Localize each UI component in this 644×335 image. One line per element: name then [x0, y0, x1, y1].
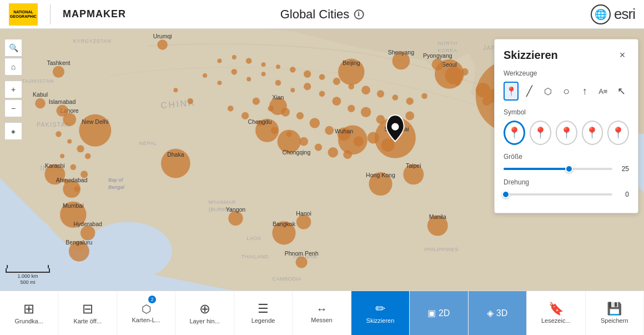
toolbar-grundkarte[interactable]: ⊞ Grundka... [0, 291, 58, 335]
svg-point-30 [290, 88, 295, 92]
map-title-group: Global Cities ℹ [280, 7, 364, 22]
svg-text:Islamabad: Islamabad [49, 98, 76, 105]
legende-label: Legende [251, 317, 275, 324]
toolbar-divider-2 [4, 119, 22, 120]
tool-text[interactable]: A≡ [596, 82, 611, 101]
svg-point-78 [85, 153, 91, 159]
svg-text:Tashkent: Tashkent [47, 59, 70, 66]
svg-text:Shenyang: Shenyang [388, 49, 415, 56]
grosse-label: Größe [504, 153, 629, 161]
speichern-label: Speichern [601, 317, 628, 324]
toolbar-3d[interactable]: ◈ 3D [469, 291, 527, 335]
svg-point-49 [173, 88, 178, 92]
svg-text:MYANMAR: MYANMAR [209, 199, 236, 205]
svg-text:CAMBODIA: CAMBODIA [272, 276, 301, 282]
svg-point-31 [304, 83, 311, 90]
grundkarte-icon: ⊞ [23, 302, 34, 316]
svg-text:Bay of: Bay of [108, 177, 124, 183]
compass-button[interactable]: ◈ [4, 122, 22, 140]
svg-point-70 [361, 86, 370, 94]
symbol-5[interactable]: 📍 [607, 121, 629, 145]
lesezeichen-label: Lesezeic... [541, 317, 571, 324]
scale-bar: 1.000 km 500 mi [6, 268, 50, 285]
search-button[interactable]: 🔍 [4, 39, 22, 57]
svg-text:Seoul: Seoul [442, 61, 457, 68]
logo-group: NATIONAL GEOGRAPHIC MAPMAKER [9, 3, 126, 26]
symbol-4[interactable]: 📍 [582, 121, 603, 145]
svg-point-65 [290, 67, 296, 73]
tool-line[interactable]: ╱ [522, 82, 537, 101]
messen-label: Messen [311, 317, 333, 323]
svg-point-80 [71, 164, 77, 170]
header: NATIONAL GEOGRAPHIC MAPMAKER Global Citi… [0, 0, 644, 29]
svg-text:Yangon: Yangon [226, 206, 246, 213]
drehung-slider-track[interactable] [504, 193, 612, 196]
svg-point-34 [348, 105, 355, 112]
svg-point-137 [57, 105, 68, 117]
info-button[interactable]: ℹ [354, 9, 364, 19]
drehung-slider-row: 0 [504, 191, 629, 198]
svg-point-50 [187, 98, 193, 104]
svg-text:Bengaluru: Bengaluru [66, 239, 92, 246]
symbol-1[interactable]: 📍 [504, 121, 525, 145]
svg-point-63 [261, 62, 266, 67]
toolbar-legende[interactable]: ☰ Legende [234, 291, 293, 335]
svg-text:NORTH: NORTH [437, 41, 457, 46]
svg-text:THAILAND: THAILAND [242, 254, 269, 259]
svg-point-24 [203, 73, 207, 78]
left-toolbar: 🔍 ⌂ + − ◈ [4, 39, 22, 140]
toolbar-karte-off[interactable]: ⊟ Karte öff... [58, 291, 117, 335]
svg-point-64 [276, 64, 280, 69]
toolbar-skizzieren[interactable]: ✏ Skizzieren [351, 291, 410, 335]
scale-mi: 500 mi [20, 279, 35, 285]
svg-point-42 [296, 112, 304, 119]
grundkarte-label: Grundka... [15, 318, 43, 324]
tool-pin[interactable]: 📍 [504, 82, 519, 101]
toolbar-2d[interactable]: ▣ 2D [410, 291, 468, 335]
grosse-slider-track[interactable] [504, 168, 612, 170]
svg-point-72 [393, 94, 399, 101]
svg-point-74 [421, 93, 427, 99]
drehung-slider-thumb[interactable] [502, 191, 510, 198]
zoom-out-button[interactable]: − [4, 99, 22, 117]
tool-cursor[interactable]: ↖ [614, 82, 629, 101]
svg-point-77 [77, 145, 84, 152]
tool-circle[interactable]: ○ [559, 82, 573, 101]
toolbar-karten-l[interactable]: 2 ⬡ Karten-L... [117, 291, 175, 335]
toolbar-layer-hin[interactable]: ⊕ Layer hin... [175, 291, 234, 335]
grosse-slider-thumb[interactable] [565, 165, 573, 173]
svg-point-44 [325, 126, 334, 135]
panel-close-button[interactable]: × [616, 48, 629, 62]
symbol-3[interactable]: 📍 [556, 121, 577, 145]
svg-point-58 [328, 147, 338, 157]
svg-text:PHILIPPINES: PHILIPPINES [425, 247, 459, 252]
svg-text:Hong Kong: Hong Kong [366, 172, 395, 178]
svg-text:New Delhi: New Delhi [82, 118, 108, 125]
svg-text:Karachi: Karachi [45, 162, 65, 169]
tool-envelope[interactable]: ⬡ [540, 82, 555, 101]
svg-point-131 [157, 39, 167, 49]
skizzieren-icon: ✏ [375, 303, 385, 315]
svg-text:Bengal: Bengal [108, 184, 125, 190]
home-button[interactable]: ⌂ [4, 58, 22, 76]
karten-l-label: Karten-L... [132, 317, 160, 323]
svg-point-145 [296, 214, 311, 229]
svg-point-3 [441, 168, 452, 188]
svg-point-51 [228, 106, 234, 112]
zoom-in-button[interactable]: + [4, 81, 22, 98]
karte-off-label: Karte öff... [73, 318, 102, 324]
svg-point-79 [60, 154, 64, 158]
svg-point-68 [333, 78, 340, 85]
svg-point-35 [361, 107, 371, 117]
toolbar-divider-1 [4, 78, 22, 78]
tool-arrow[interactable]: ↑ [577, 82, 592, 101]
lesezeichen-icon: 🔖 [549, 303, 564, 315]
svg-point-151 [391, 123, 399, 131]
bottom-toolbar: ⊞ Grundka... ⊟ Karte öff... 2 ⬡ Karten-L… [0, 291, 644, 335]
toolbar-speichern[interactable]: 💾 Speichern [586, 291, 644, 335]
toolbar-messen[interactable]: ↔ Messen [293, 291, 351, 335]
messen-icon: ↔ [316, 303, 327, 314]
svg-point-67 [319, 74, 325, 80]
toolbar-lesezeichen[interactable]: 🔖 Lesezeic... [527, 291, 585, 335]
symbol-2[interactable]: 📍 [530, 121, 551, 145]
